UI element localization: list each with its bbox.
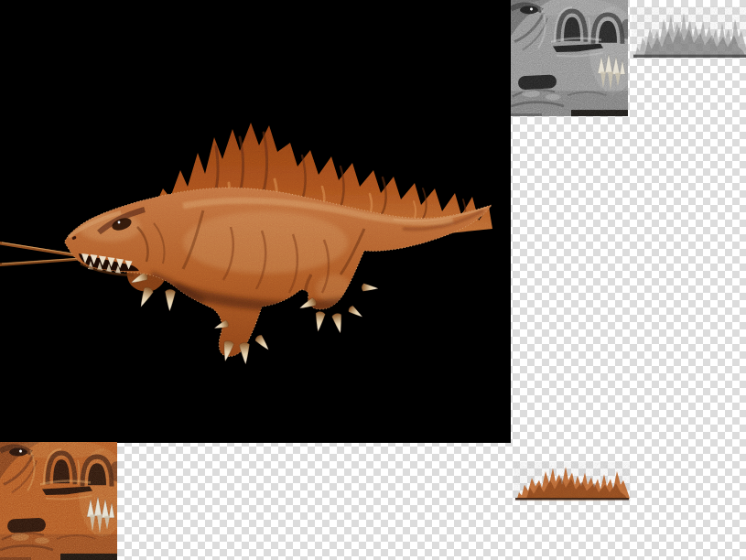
transparency-checkerboard-canvas [0, 0, 746, 560]
render-noise [0, 0, 511, 443]
flame-texture-grayscale [632, 6, 746, 59]
face-texture-orange [0, 442, 117, 560]
face-texture-grayscale [511, 0, 628, 116]
model-viewport [0, 0, 511, 443]
flame-texture-orange [514, 462, 631, 501]
fire-salamander-model [0, 0, 511, 443]
